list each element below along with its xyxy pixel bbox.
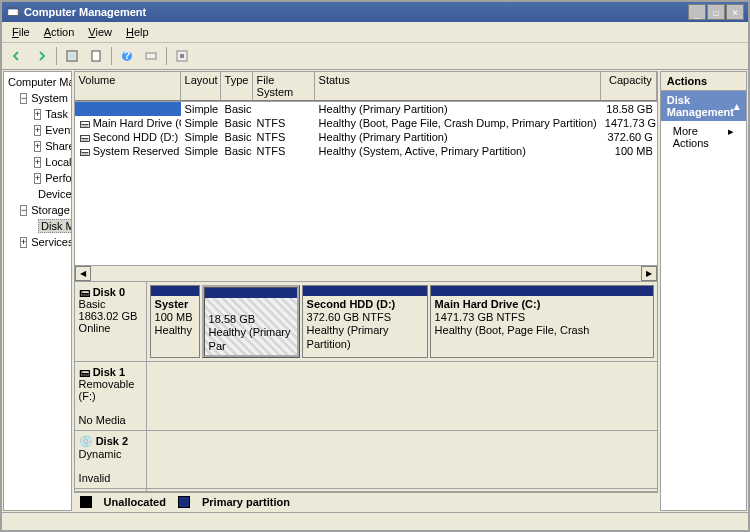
legend-unallocated: Unallocated xyxy=(104,496,166,508)
actions-header: Actions xyxy=(661,72,746,91)
maximize-button[interactable]: ☐ xyxy=(707,4,725,20)
volume-row[interactable]: 🖴 Main Hard Drive (C:) Simple Basic NTFS… xyxy=(75,116,657,130)
tree-task-scheduler[interactable]: +Task Scheduler xyxy=(6,106,69,122)
menu-file[interactable]: File xyxy=(6,24,36,40)
volume-list[interactable]: Volume Layout Type File System Status Ca… xyxy=(74,71,658,282)
tree-event-viewer[interactable]: +Event Viewer xyxy=(6,122,69,138)
col-type[interactable]: Type xyxy=(221,72,253,101)
nav-tree[interactable]: Computer Management (Local) −System Tool… xyxy=(3,71,72,511)
tree-performance[interactable]: +Performance xyxy=(6,170,69,186)
legend: Unallocated Primary partition xyxy=(74,492,658,511)
tree-system-tools[interactable]: −System Tools xyxy=(6,90,69,106)
settings-button[interactable] xyxy=(171,45,193,67)
chevron-right-icon: ▸ xyxy=(728,125,734,149)
collapse-icon[interactable]: − xyxy=(20,205,27,216)
partition-selected[interactable]: 18.58 GBHealthy (Primary Par xyxy=(202,285,300,358)
app-icon xyxy=(6,5,20,19)
tree-services[interactable]: +Services and Applications xyxy=(6,234,69,250)
list-body: Simple Basic Healthy (Primary Partition)… xyxy=(75,102,657,265)
forward-button[interactable] xyxy=(30,45,52,67)
svg-rect-7 xyxy=(146,53,156,59)
volume-row[interactable]: Simple Basic Healthy (Primary Partition)… xyxy=(75,102,657,116)
actions-pane: Actions Disk Management▴ More Actions▸ xyxy=(660,71,747,511)
window-title: Computer Management xyxy=(24,6,146,18)
window: Computer Management _ ☐ × File Action Vi… xyxy=(0,0,750,532)
tree-storage[interactable]: −Storage xyxy=(6,202,69,218)
list-header: Volume Layout Type File System Status Ca… xyxy=(75,72,657,102)
primary-swatch xyxy=(178,496,190,508)
partition[interactable]: Main Hard Drive (C:)1471.73 GB NTFSHealt… xyxy=(430,285,654,358)
separator xyxy=(166,47,167,65)
disk-row[interactable]: 💿 Disk 2 Dynamic Invalid xyxy=(75,431,657,489)
more-actions[interactable]: More Actions▸ xyxy=(661,121,746,153)
close-button[interactable]: × xyxy=(726,4,744,20)
menu-help[interactable]: Help xyxy=(120,24,155,40)
tree-root[interactable]: Computer Management (Local) xyxy=(6,74,69,90)
col-capacity[interactable]: Capacity xyxy=(601,72,657,101)
disk-info: 💿 Disk 2 Dynamic Invalid xyxy=(75,431,147,488)
help-button[interactable]: ? xyxy=(116,45,138,67)
separator xyxy=(56,47,57,65)
refresh-button[interactable] xyxy=(61,45,83,67)
disk-info: 🖴 Disk 0 Basic 1863.02 GB Online xyxy=(75,282,147,361)
titlebar[interactable]: Computer Management _ ☐ × xyxy=(2,2,748,22)
disk-info: 🖴 Disk 1 Removable (F:) No Media xyxy=(75,362,147,430)
action-button[interactable] xyxy=(140,45,162,67)
expand-icon[interactable]: + xyxy=(34,141,41,152)
col-volume[interactable]: Volume xyxy=(75,72,181,101)
expand-icon[interactable]: + xyxy=(34,109,41,120)
svg-rect-4 xyxy=(92,51,100,61)
toolbar: ? xyxy=(2,43,748,70)
tree-local-users[interactable]: +Local Users and Groups xyxy=(6,154,69,170)
minimize-button[interactable]: _ xyxy=(688,4,706,20)
back-button[interactable] xyxy=(6,45,28,67)
partition[interactable]: Second HDD (D:)372.60 GB NTFSHealthy (Pr… xyxy=(302,285,428,358)
disk-row[interactable]: 🖴 Disk 0 Basic 1863.02 GB Online Syster1… xyxy=(75,282,657,362)
tree-shared-folders[interactable]: +Shared Folders xyxy=(6,138,69,154)
svg-rect-9 xyxy=(180,54,184,58)
expand-icon[interactable]: + xyxy=(34,125,41,136)
properties-button[interactable] xyxy=(85,45,107,67)
menubar: File Action View Help xyxy=(2,22,748,43)
col-filesystem[interactable]: File System xyxy=(253,72,315,101)
partition[interactable]: Syster100 MBHealthy xyxy=(150,285,200,358)
scroll-left-icon[interactable]: ◀ xyxy=(75,266,91,281)
col-layout[interactable]: Layout xyxy=(181,72,221,101)
chevron-up-icon: ▴ xyxy=(734,100,740,113)
legend-primary: Primary partition xyxy=(202,496,290,508)
expand-icon[interactable]: + xyxy=(34,157,41,168)
volume-row[interactable]: 🖴 System Reserved Simple Basic NTFS Heal… xyxy=(75,144,657,158)
tree-device-manager[interactable]: Device Manager xyxy=(6,186,69,202)
menu-view[interactable]: View xyxy=(82,24,118,40)
svg-rect-1 xyxy=(8,8,19,10)
unallocated-swatch xyxy=(80,496,92,508)
svg-text:?: ? xyxy=(124,49,131,61)
actions-section[interactable]: Disk Management▴ xyxy=(661,91,746,121)
expand-icon[interactable]: + xyxy=(34,173,41,184)
scroll-right-icon[interactable]: ▶ xyxy=(641,266,657,281)
disk-row[interactable]: 🖴 Disk 1 Removable (F:) No Media xyxy=(75,362,657,431)
separator xyxy=(111,47,112,65)
horizontal-scrollbar[interactable]: ◀ ▶ xyxy=(75,265,657,281)
collapse-icon[interactable]: − xyxy=(20,93,27,104)
status-bar xyxy=(2,512,748,530)
tree-disk-management[interactable]: Disk Management xyxy=(6,218,69,234)
expand-icon[interactable]: + xyxy=(20,237,27,248)
volume-row[interactable]: 🖴 Second HDD (D:) Simple Basic NTFS Heal… xyxy=(75,130,657,144)
menu-action[interactable]: Action xyxy=(38,24,81,40)
svg-rect-3 xyxy=(69,53,75,59)
col-status[interactable]: Status xyxy=(315,72,601,101)
disk-graphical-view[interactable]: 🖴 Disk 0 Basic 1863.02 GB Online Syster1… xyxy=(74,282,658,492)
